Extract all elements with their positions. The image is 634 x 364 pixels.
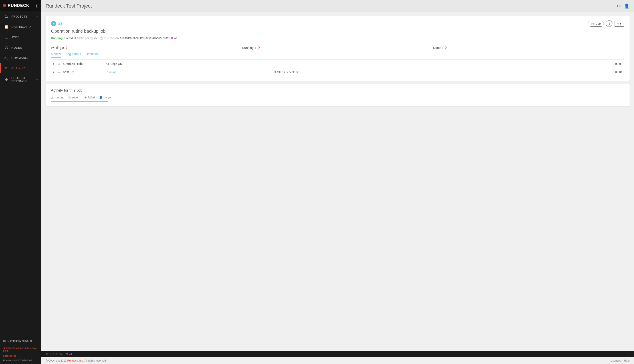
- job-number-label: #3: [58, 21, 63, 26]
- menu-lines-icon: ≡: [617, 22, 619, 25]
- dashboard-icon: 📋: [4, 25, 9, 29]
- job-card: ▶ #3 Kill Job ℹ ≡ ▾ Operation rutine bac…: [46, 16, 629, 81]
- running-tab-label: running: [55, 96, 64, 99]
- job-elapsed-time: 0.00:10: [105, 36, 114, 40]
- nav-projects-label: PROJECTS: [11, 15, 34, 18]
- node1-computer-icon: 🖥: [57, 62, 60, 66]
- job-node-hash: a14bc3e6-75e8-4fe4-a90d-a16dcc976bf6: [120, 36, 169, 40]
- node-tag-fork-icon: ⚒: [170, 36, 173, 40]
- jobs-icon: ☰: [4, 35, 9, 39]
- running-help-icon[interactable]: ❓: [257, 46, 260, 50]
- activity-tab-underline: [51, 101, 624, 102]
- page-title: Rundeck Test Project: [46, 3, 92, 9]
- projects-icon: 🗂: [4, 14, 9, 18]
- activity-tabs: ◎ running ◎ recent ⊗ failed 👤 by you: [51, 96, 624, 99]
- nav-activity-label: ACTIVITY: [11, 66, 38, 70]
- nodes-icon: ⬡: [4, 46, 9, 50]
- bottom-node-name: 426e66c11eb9: [46, 353, 63, 356]
- footer-jalap-text: 🌶 jalapeño popper peru piggy-bank: [3, 347, 38, 352]
- waiting-help-icon[interactable]: ❓: [65, 46, 68, 50]
- logo-icon: ≡: [3, 3, 6, 8]
- tab-log-output[interactable]: Log Output: [66, 52, 81, 57]
- help-link[interactable]: Help: [624, 359, 629, 362]
- footer-date: 2019-04-08: [0, 353, 41, 358]
- community-news-dot: [30, 340, 32, 342]
- by-you-tab-label: by you: [104, 96, 112, 99]
- job-meta: Running started at 11:10 pm by you 🕐 0.0…: [51, 36, 624, 40]
- nav-jobs[interactable]: ☰ JOBS: [0, 32, 41, 42]
- job-title: Operation rutine backup job: [51, 29, 624, 34]
- logo-text: RUNDECK: [8, 3, 29, 8]
- nav-dashboard-label: DASHBOARD: [12, 25, 38, 28]
- clock-icon: 🕐: [100, 36, 103, 40]
- node2-step-text: Step 2: check dir: [277, 70, 299, 74]
- node-tag-label: a1: [174, 36, 177, 40]
- nav-dashboard[interactable]: 📋 DASHBOARD: [0, 22, 41, 32]
- company-link[interactable]: Rundeck, Inc.: [67, 359, 84, 362]
- menu-button[interactable]: ≡ ▾: [614, 21, 624, 27]
- step-grid-icon: ⊞: [274, 70, 276, 74]
- nav-project-settings[interactable]: ⚙ PROJECT SETTINGS ▾: [0, 73, 41, 86]
- activity-icon: ↺: [4, 66, 9, 70]
- waiting-count: 0: [62, 46, 64, 50]
- page-header: Rundeck Test Project ⚙ 👤: [41, 0, 634, 12]
- done-count: 1: [441, 46, 443, 50]
- header-actions: ⚙ 👤: [617, 3, 629, 9]
- running-stat-label: Running: [242, 46, 254, 50]
- nav-jobs-label: JOBS: [11, 36, 38, 39]
- node2-name: host132: [63, 70, 94, 74]
- community-news-button[interactable]: ⊞ Community News: [0, 337, 41, 345]
- main-content: Rundeck Test Project ⚙ 👤 ▶ #3 Kill Job ℹ…: [41, 0, 634, 364]
- nav-commands[interactable]: >_ COMMANDS: [0, 53, 41, 63]
- activity-tab-recent[interactable]: ◎ recent: [68, 96, 80, 99]
- running-count: 1: [254, 46, 256, 50]
- project-settings-icon: ⚙: [4, 78, 9, 82]
- by-you-tab-icon: 👤: [99, 96, 103, 99]
- node1-expand-button[interactable]: ▶: [53, 62, 55, 65]
- user-icon[interactable]: 👤: [624, 3, 629, 9]
- footer-project-info: 🌶 jalapeño popper peru piggy-bank: [0, 345, 41, 353]
- waiting-label: Waiting: [51, 46, 61, 50]
- footer-version-text: Rundeck 3.0.20-20190408: [3, 359, 32, 362]
- community-news-label: Community News: [8, 339, 29, 342]
- recent-tab-label: recent: [72, 96, 80, 99]
- running-tab-icon: ◎: [51, 96, 53, 99]
- failed-tab-label: failed: [88, 96, 95, 99]
- nav-commands-label: COMMANDS: [11, 56, 38, 60]
- done-help-icon[interactable]: ❓: [444, 46, 447, 50]
- sidebar-toggle-button[interactable]: ❮: [35, 4, 38, 8]
- node2-expand-button[interactable]: ▶: [53, 70, 55, 74]
- nav-nodes-label: NODES: [11, 46, 38, 49]
- nav-projects[interactable]: 🗂 PROJECTS ▾: [0, 11, 41, 22]
- footer-date-text: 2019-04-08: [3, 355, 16, 357]
- copyright-text: © Copyright 2019: [46, 359, 67, 362]
- nav-activity[interactable]: ↺ ACTIVITY: [0, 63, 41, 73]
- nav-nodes[interactable]: ⬡ NODES: [0, 42, 41, 53]
- job-status-label: Running: [51, 36, 63, 40]
- activity-tab-running[interactable]: ◎ running: [51, 96, 64, 99]
- waiting-stat: Waiting 0 ❓: [51, 46, 242, 50]
- info-button[interactable]: ℹ: [606, 20, 612, 27]
- job-node-tag: ⚒ a1: [170, 36, 177, 40]
- tab-monitor[interactable]: Monitor: [51, 52, 61, 58]
- settings-icon[interactable]: ⚙: [617, 3, 621, 9]
- page-content: ▶ #3 Kill Job ℹ ≡ ▾ Operation rutine bac…: [41, 12, 634, 351]
- job-on-label: on: [115, 36, 119, 40]
- activity-tab-failed[interactable]: ⊗ failed: [84, 96, 95, 99]
- activity-tab-by-you[interactable]: 👤 by you: [99, 96, 112, 99]
- table-row: ▶ 🖥 426e66c11eb9 All Steps OK 0.00:03: [51, 60, 624, 68]
- done-stat: Done 1 ❓: [433, 46, 624, 50]
- bottom-tag: ⚒ a1: [66, 353, 72, 356]
- footer-links: Licenses Help: [610, 359, 629, 362]
- tab-definition[interactable]: Definition: [86, 52, 99, 57]
- recent-tab-icon: ◎: [68, 96, 71, 99]
- node2-status: Running: [97, 70, 271, 74]
- node1-status: All Steps OK: [97, 62, 271, 66]
- kill-job-button[interactable]: Kill Job: [588, 21, 604, 27]
- sidebar-logo: ≡ RUNDECK ❮: [0, 0, 41, 11]
- node-list: ▶ 🖥 426e66c11eb9 All Steps OK 0.00:03 ▶ …: [51, 60, 624, 76]
- node2-computer-icon: 🖥: [57, 70, 60, 74]
- licenses-link[interactable]: Licenses: [610, 359, 621, 362]
- rights-text: All rights reserved.: [85, 359, 107, 362]
- bottom-fork-icon: ⚒: [66, 353, 68, 356]
